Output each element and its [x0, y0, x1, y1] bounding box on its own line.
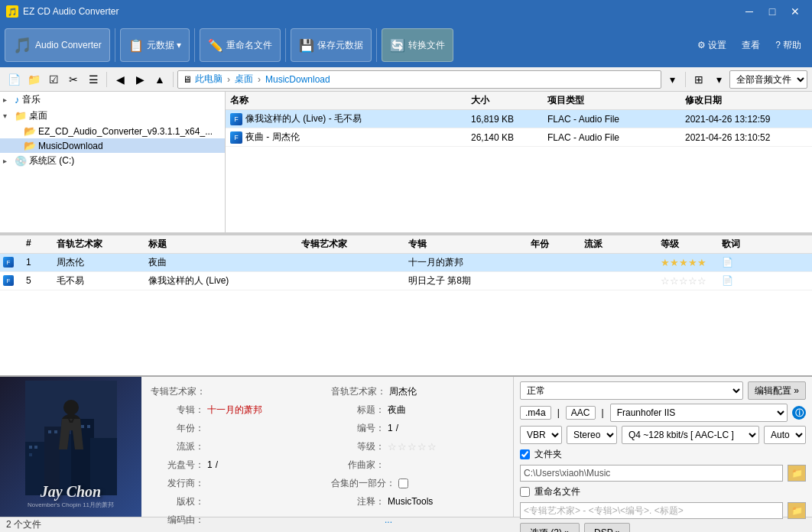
file-type-0: FLAC - Audio File [547, 114, 685, 125]
tree-item-music[interactable]: ▸ ♪ 音乐 [0, 92, 225, 108]
svg-rect-13 [87, 425, 90, 428]
address-dropdown-button[interactable]: ▾ [663, 70, 681, 89]
meta-genre-label: 流派： [151, 440, 204, 453]
meta-partof-row: 合集的一部分： [331, 475, 504, 491]
track-list-header: # 音轨艺术家 标题 专辑艺术家 专辑 年份 流派 等级 歌词 [0, 235, 812, 254]
track-artist-0: 周杰伦 [57, 256, 148, 269]
tree-label-desktop: 桌面 [29, 109, 47, 122]
meta-track-artist-value: 周杰伦 [389, 385, 417, 398]
metadata-panel: 专辑艺术家： 专辑： 十一月的萧邦 年份： 流派： 光盘号： 1 / 发行商 [141, 377, 514, 517]
close-button[interactable]: ✕ [784, 4, 806, 19]
address-bar: 🖥 此电脑 › 桌面 › MusicDownload [177, 70, 661, 89]
settings-button[interactable]: ⚙ 设置 [691, 36, 732, 55]
sec-sep-3 [685, 72, 686, 87]
folder-checkbox[interactable] [520, 449, 530, 459]
breadcrumb-folder[interactable]: MusicDownload [265, 74, 330, 85]
stereo-select[interactable]: Stereo [567, 426, 617, 444]
minimize-button[interactable]: ─ [739, 4, 760, 19]
mode-select[interactable]: 正常 [520, 381, 743, 400]
file-browser-panel: 名称 大小 项目类型 修改日期 F像我这样的人 (Live) - 毛不易 16,… [226, 92, 812, 232]
meta-rating-row: 等级： ☆☆☆☆☆ [331, 438, 504, 455]
track-icon-0: F [3, 257, 14, 268]
album-artist-text: Jay Chon [41, 483, 101, 501]
track-rating-1: ☆☆☆☆☆ [661, 275, 722, 287]
help-icon: ? [775, 40, 781, 50]
track-num-0: 1 [26, 257, 57, 268]
edit-config-button[interactable]: 编辑配置 » [748, 381, 806, 400]
breadcrumb-computer[interactable]: 此电脑 [195, 73, 222, 86]
view-list-btn[interactable]: ▾ [710, 70, 728, 89]
codec-sep-2: | [602, 407, 604, 418]
nav-forward-button[interactable]: ▶ [131, 70, 149, 89]
rename-browse-button[interactable]: 📁 [788, 502, 806, 519]
tree-item-desktop[interactable]: ▾ 📁 桌面 [0, 108, 225, 124]
file-type-1: FLAC - Audio File [547, 132, 685, 143]
config-row-format: .m4a | AAC | Fraunhofer IIS ⓘ [520, 404, 806, 422]
bottom-panel: Jay Chon November's Chopin 11月的萧邦 专辑艺术家：… [0, 375, 812, 517]
meta-genre-row: 流派： [151, 438, 323, 455]
convert-icon: 🔄 [390, 38, 405, 53]
codec-vendor-select[interactable]: Fraunhofer IIS [610, 404, 788, 422]
help-button[interactable]: ? 帮助 [769, 36, 807, 55]
tree-item-drive-c[interactable]: ▸ 💿 系统区 (C:) [0, 153, 225, 169]
view-toggle-btn[interactable]: ⊞ [690, 70, 708, 89]
meta-album-artist-row: 专辑艺术家： [151, 383, 323, 400]
album-art-image: Jay Chon November's Chopin 11月的萧邦 [0, 377, 141, 517]
track-row-1[interactable]: F 5 毛不易 像我这样的人 (Live) 明日之子 第8期 ☆☆☆☆☆ 📄 [0, 272, 812, 290]
folder-path-input[interactable] [520, 465, 783, 482]
nav-up-button[interactable]: ▲ [151, 70, 169, 89]
auto-select[interactable]: Auto [764, 426, 806, 444]
track-album-0: 十一月的萧邦 [408, 256, 531, 269]
folder-browse-button[interactable]: 📁 [788, 465, 806, 482]
file-list-header: 名称 大小 项目类型 修改日期 [226, 92, 812, 110]
app-icon: 🎵 [6, 5, 18, 18]
toolbar-icon-btn-5[interactable]: ☰ [84, 70, 102, 89]
vbr-select[interactable]: VBR [520, 426, 562, 444]
tree-item-musicdownload[interactable]: 📂 MusicDownload [0, 138, 225, 153]
track-rating-0: ★★★★★ [661, 257, 722, 268]
track-list-area: # 音轨艺术家 标题 专辑艺术家 专辑 年份 流派 等级 歌词 F 1 周杰伦 … [0, 235, 812, 376]
track-title-0: 夜曲 [148, 256, 301, 269]
toolbar-icon-btn-3[interactable]: ☑ [44, 70, 63, 89]
options-button[interactable]: 选项 (2) » [520, 523, 580, 532]
save-meta-button[interactable]: 💾 保存元数据 [291, 28, 372, 62]
meta-copyright-row: 版权： [151, 493, 323, 510]
track-icon-1: F [3, 275, 14, 286]
rename-button[interactable]: ✏️ 重命名文件 [200, 28, 281, 62]
sec-sep-2 [173, 72, 174, 87]
toolbar-icon-btn-2[interactable]: 📁 [24, 70, 43, 89]
tree-label-musicdownload: MusicDownload [38, 141, 103, 151]
toolbar-icon-btn-1[interactable]: 📄 [5, 70, 23, 89]
settings-icon: ⚙ [697, 40, 706, 50]
dsp-button[interactable]: DSP » [584, 523, 630, 532]
file-row-1[interactable]: F夜曲 - 周杰伦 26,140 KB FLAC - Audio File 20… [226, 128, 812, 147]
track-album-1: 明日之子 第8期 [408, 274, 531, 287]
desktop-folder-icon: 📁 [15, 110, 27, 122]
convert-button[interactable]: 🔄 转换文件 [382, 28, 453, 62]
rename-pattern-input[interactable] [520, 502, 783, 519]
flac-icon-1: F [230, 131, 242, 144]
track-row-0[interactable]: F 1 周杰伦 夜曲 十一月的萧邦 ★★★★★ 📄 [0, 254, 812, 272]
nav-back-button[interactable]: ◀ [111, 70, 129, 89]
meta-more-value[interactable]: ... [385, 514, 392, 525]
tree-label-drive-c: 系统区 (C:) [29, 154, 74, 167]
meta-track-artist-label: 音轨艺术家： [331, 385, 386, 398]
metadata-button[interactable]: 📋 元数据 ▾ [120, 28, 190, 62]
config-panel: 正常 编辑配置 » .m4a | AAC | Fraunhofer IIS ⓘ … [514, 377, 812, 517]
toolbar-icon-btn-4[interactable]: ✂ [64, 70, 83, 89]
meta-title-label: 标题： [331, 404, 385, 417]
quality-select[interactable]: Q4 ~128 kbit/s [ AAC-LC ] [622, 426, 759, 444]
rename-check-label: 重命名文件 [534, 485, 580, 498]
tree-item-ezcd[interactable]: 📂 EZ_CD_Audio_Converter_v9.3.1.1_x64_... [0, 124, 225, 138]
view-button[interactable]: 查看 [736, 36, 766, 55]
file-row-0[interactable]: F像我这样的人 (Live) - 毛不易 16,819 KB FLAC - Au… [226, 110, 812, 128]
audio-converter-button[interactable]: 🎵 Audio Converter [5, 28, 110, 62]
maximize-button[interactable]: □ [762, 4, 783, 19]
codec-info-icon[interactable]: ⓘ [792, 406, 806, 420]
rename-checkbox[interactable] [520, 487, 530, 497]
meta-year-row: 年份： [151, 420, 323, 436]
track-col-genre: 流派 [584, 238, 661, 251]
file-type-dropdown[interactable]: 全部音频文件 [729, 70, 807, 89]
meta-partof-checkbox[interactable] [398, 478, 408, 488]
breadcrumb-desktop[interactable]: 桌面 [235, 73, 253, 86]
